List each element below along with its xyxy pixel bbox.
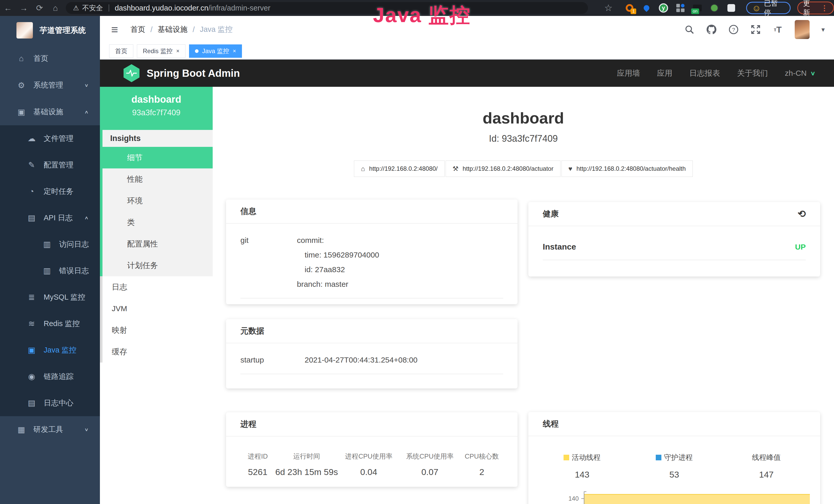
service-url-link[interactable]: ⌂ http://192.168.0.2:48080/: [354, 160, 445, 177]
tab-home[interactable]: 首页: [109, 44, 133, 58]
browser-refresh-button[interactable]: ⟳: [31, 3, 47, 13]
tab-java-monitor[interactable]: Java 监控 ×: [189, 44, 242, 58]
home-icon: ⌂: [17, 54, 26, 63]
sba-nav-about[interactable]: 关于我们: [737, 68, 768, 78]
sba-item-caches[interactable]: 缓存: [103, 341, 213, 363]
sba-item-logs[interactable]: 日志: [103, 276, 213, 298]
sidebar-item-trace[interactable]: ◉ 链路追踪: [0, 363, 100, 390]
sidebar-item-redis-monitor[interactable]: ≋ Redis 监控: [0, 311, 100, 337]
browser-update-button[interactable]: 更新 ⋮: [797, 2, 834, 15]
insecure-warning-icon: ⚠: [73, 4, 79, 12]
chevron-up-icon: ∧: [84, 109, 89, 115]
sba-item-details[interactable]: 细节: [103, 147, 213, 168]
chevron-up-icon: ∧: [84, 215, 89, 220]
hamburger-icon[interactable]: ≡: [111, 24, 118, 36]
timer-icon: ◔: [27, 187, 37, 196]
sidebar-item-error-logs[interactable]: ▥ 错误日志: [0, 257, 100, 284]
threads-card-header: 线程: [528, 412, 820, 436]
thread-stat-live: 活动线程 143: [551, 453, 613, 480]
browser-back-button[interactable]: ←: [0, 3, 16, 13]
instance-header[interactable]: dashboard 93a3fc7f7409: [100, 87, 213, 130]
extension-icon[interactable]: y: [659, 3, 668, 13]
git-label: git: [240, 233, 297, 292]
search-icon[interactable]: [684, 24, 695, 35]
puzzle-extension-icon[interactable]: [727, 3, 736, 13]
help-icon[interactable]: ?: [728, 24, 739, 35]
bookmark-star-icon[interactable]: ☆: [605, 3, 613, 13]
sba-item-mappings[interactable]: 映射: [103, 319, 213, 341]
sba-item-metrics[interactable]: 性能: [103, 168, 213, 190]
sba-nav-wallboard[interactable]: 应用墙: [617, 68, 640, 78]
health-url-link[interactable]: ♥ http://192.168.0.2:48080/actuator/heal…: [562, 160, 693, 177]
chevron-down-icon: ∨: [810, 70, 816, 76]
avatar[interactable]: [795, 20, 810, 39]
fullscreen-icon[interactable]: [750, 24, 761, 35]
breadcrumb: 首页 / 基础设施 / Java 监控: [130, 24, 233, 35]
header-action-icons: ? тT ▾: [684, 20, 825, 39]
close-icon[interactable]: ×: [176, 48, 179, 54]
sidebar-item-log-center[interactable]: ▤ 日志中心: [0, 390, 100, 416]
tab-redis-monitor[interactable]: Redis 监控 ×: [137, 44, 185, 58]
browser-forward-button[interactable]: →: [16, 3, 32, 13]
sba-nav-journal[interactable]: 日志报表: [689, 68, 720, 78]
breadcrumb-separator: /: [193, 25, 195, 34]
font-size-icon[interactable]: тT: [773, 24, 783, 35]
extension-icon[interactable]: 1: [625, 3, 634, 13]
github-icon[interactable]: [706, 24, 717, 35]
breadcrumb-current: Java 监控: [200, 24, 233, 35]
browser-home-button[interactable]: ⌂: [47, 3, 63, 13]
sba-item-jvm[interactable]: JVM: [103, 298, 213, 319]
right-card-column: 健康 ⟲ Instance UP 线程: [528, 202, 820, 504]
metadata-card-header: 元数据: [226, 319, 518, 343]
process-card: 进程 进程ID 5261 运行时间 6d 23h 15m 59s 进程C: [226, 412, 518, 487]
heartbeat-icon: ♥: [568, 165, 572, 173]
caret-down-icon[interactable]: ▾: [821, 26, 825, 33]
info-card-header: 信息: [226, 200, 518, 224]
threads-chart: 140 120 100: [536, 487, 812, 504]
monitor-icon: ▣: [27, 345, 37, 355]
breadcrumb-infrastructure[interactable]: 基础设施: [158, 24, 188, 35]
sidebar-item-mysql-monitor[interactable]: ≣ MySQL 监控: [0, 284, 100, 311]
extension-icon[interactable]: [676, 3, 685, 13]
sidebar-item-api-logs[interactable]: ▤ API 日志 ∧: [0, 205, 100, 231]
sidebar-item-scheduled-tasks[interactable]: ◔ 定时任务: [0, 178, 100, 205]
breadcrumb-home[interactable]: 首页: [130, 24, 146, 35]
sidebar-item-home[interactable]: ⌂ 首页: [0, 45, 100, 72]
sidebar-item-java-monitor[interactable]: ▣ Java 监控: [0, 337, 100, 363]
process-stat: 运行时间 6d 23h 15m 59s: [275, 452, 338, 477]
paused-label: 已暂停: [764, 0, 785, 17]
close-icon[interactable]: ×: [233, 48, 236, 54]
sidebar-item-file-management[interactable]: ☁ 文件管理: [0, 125, 100, 152]
locale-selector[interactable]: zh-CN ∨: [785, 69, 815, 77]
browser-menu-icon[interactable]: ⋮: [821, 4, 828, 12]
process-stat: CPU核心数 2: [460, 452, 503, 477]
sidebar-item-config-management[interactable]: ✎ 配置管理: [0, 152, 100, 178]
sidebar-item-system-management[interactable]: ⚙ 系统管理 ∨: [0, 72, 100, 98]
thread-stats: 活动线程 143 守护进程 53 线程峰值 147: [536, 445, 812, 480]
sidebar-item-devtools[interactable]: ▦ 研发工具 ∨: [0, 416, 100, 443]
instance-id: 93a3fc7f7409: [100, 108, 213, 117]
extension-icon[interactable]: [710, 3, 719, 13]
edit-icon: ✎: [27, 160, 37, 170]
health-card-header: 健康 ⟲: [528, 202, 820, 226]
sba-item-config-props[interactable]: 配置属性: [103, 233, 213, 255]
pin-extension-icon[interactable]: [642, 3, 651, 13]
sba-nav-applications[interactable]: 应用: [657, 68, 672, 78]
sba-item-scheduled-tasks[interactable]: 计划任务: [103, 255, 213, 276]
briefcase-icon: ▦: [17, 425, 26, 434]
sidebar-item-infrastructure[interactable]: ▣ 基础设施 ∧: [0, 98, 100, 125]
history-icon[interactable]: ⟲: [797, 208, 806, 220]
home-icon: ⌂: [361, 165, 365, 173]
paused-profile-badge[interactable]: ☺ 已暂停: [746, 2, 791, 14]
extension-icon[interactable]: on: [693, 3, 702, 13]
screenshot-root: ← → ⟳ ⌂ ⚠ 不安全 dashboard.yudao.iocoder.cn…: [0, 0, 834, 504]
sba-item-environment[interactable]: 环境: [103, 190, 213, 211]
sba-item-classes[interactable]: 类: [103, 211, 213, 233]
sidebar-item-access-logs[interactable]: ▥ 访问日志: [0, 231, 100, 257]
app-logo-image: [17, 22, 33, 39]
process-stats: 进程ID 5261 运行时间 6d 23h 15m 59s 进程CPU使用率 0…: [240, 446, 503, 477]
app-logo-row: 芋道管理系统: [0, 16, 100, 45]
address-bar[interactable]: ⚠ 不安全 dashboard.yudao.iocoder.cn /infra/…: [66, 2, 588, 14]
actuator-url-link[interactable]: ⚒ http://192.168.0.2:48080/actuator: [446, 160, 561, 177]
active-dot: [195, 49, 199, 53]
